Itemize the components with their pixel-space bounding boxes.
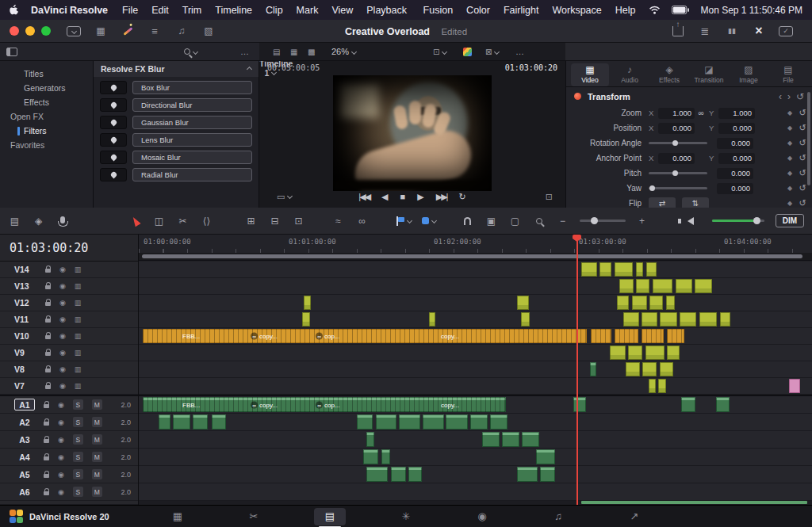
scrollbar-thumb[interactable] (142, 254, 802, 258)
quick-export-icon[interactable] (668, 22, 688, 40)
mute-button[interactable]: M (92, 469, 102, 479)
timeline-clip[interactable] (716, 397, 730, 412)
timeline-clip[interactable] (720, 312, 730, 327)
timeline-clip[interactable] (482, 432, 500, 447)
play-button[interactable]: ▶ (417, 192, 423, 202)
mute-button[interactable]: M (92, 399, 102, 410)
timeline-clip[interactable] (429, 312, 435, 327)
sidebar-item-generators[interactable]: Generators (0, 81, 93, 95)
goto-first-frame-button[interactable]: |◀◀ (358, 192, 370, 202)
track-view-icon[interactable]: ▥ (75, 365, 82, 373)
timeline-clip[interactable] (617, 296, 629, 310)
tab-transition[interactable]: ◪Transition (690, 63, 728, 86)
lock-icon[interactable] (45, 302, 51, 306)
auto-select-icon[interactable]: ◉ (59, 315, 66, 323)
timeline-clip[interactable] (610, 346, 626, 360)
video-preview[interactable] (333, 75, 492, 191)
menu-item-playback[interactable]: Playback (366, 5, 407, 16)
timeline-clip[interactable] (399, 414, 420, 430)
track-lane-v14[interactable] (139, 262, 812, 278)
lock-icon[interactable] (45, 369, 51, 372)
timeline-clip[interactable] (645, 346, 665, 360)
timeline-clip[interactable] (667, 346, 680, 360)
timeline-clip[interactable] (676, 279, 692, 293)
timeline-clip[interactable]: FBB...∞copy...∞cop...copy... (143, 397, 506, 412)
viewer-layout-single-icon[interactable]: ▤ (273, 43, 280, 60)
menu-bar-clock[interactable]: Mon Sep 1 11:50:46 PM (700, 5, 802, 16)
zoom-window-button[interactable] (41, 26, 51, 36)
clip-color-icon[interactable] (463, 43, 472, 60)
lock-icon[interactable] (45, 319, 51, 323)
timeline-clip[interactable] (667, 329, 684, 343)
value-input-pitch[interactable]: 0.000 (717, 168, 753, 179)
speaker-icon[interactable] (684, 213, 698, 229)
keyframe-icon[interactable]: ◆ (783, 109, 796, 116)
stop-button[interactable]: ■ (400, 192, 406, 201)
timeline-view-options-icon[interactable]: ▤ (8, 213, 21, 229)
menu-item-workspace[interactable]: Workspace (552, 5, 601, 16)
menu-item-clip[interactable]: Clip (266, 5, 283, 16)
track-name-v13[interactable]: V13 (14, 281, 36, 291)
auto-select-icon[interactable]: ◉ (58, 401, 64, 409)
timeline-clip[interactable] (591, 329, 611, 343)
effect-item-directional-blur[interactable]: Directional Blur (100, 98, 252, 112)
track-name-a1[interactable]: A1 (14, 399, 35, 411)
track-view-icon[interactable]: ▥ (75, 299, 82, 307)
flip-horizontal-button[interactable]: ⇄ (649, 197, 676, 208)
timeline-clip[interactable] (632, 296, 647, 310)
track-lane-a3[interactable] (139, 431, 812, 449)
track-name-a2[interactable]: A2 (14, 416, 35, 428)
split-clip-icon[interactable]: ⊠ (485, 43, 499, 60)
effects-search-icon[interactable] (184, 43, 197, 60)
track-name-a6[interactable]: A6 (14, 486, 35, 498)
timeline-clip[interactable] (623, 312, 639, 327)
track-view-icon[interactable]: ▥ (75, 315, 82, 323)
timeline-clip[interactable] (302, 312, 310, 327)
timeline-clip[interactable] (626, 362, 640, 376)
solo-button[interactable]: S (73, 399, 83, 410)
timeline-clip[interactable] (376, 414, 396, 430)
tab-file[interactable]: ▤File (769, 63, 807, 86)
auto-select-icon[interactable]: ◉ (59, 382, 66, 390)
lock-icon[interactable] (44, 404, 49, 408)
timeline-clip[interactable] (381, 449, 390, 464)
viewer-layout-grid-icon[interactable]: ▦ (290, 43, 297, 60)
track-lane-v9[interactable] (139, 345, 812, 361)
retime-curve-icon[interactable]: ≈ (331, 213, 345, 229)
trim-edit-mode-tool[interactable]: ◫ (152, 213, 166, 229)
sidebar-item-open-fx[interactable]: Open FX (0, 109, 93, 124)
track-lane-v12[interactable] (139, 295, 812, 311)
timeline-clip[interactable] (159, 414, 170, 430)
page-fusion-button[interactable]: ✳ (390, 508, 422, 525)
slider-pitch[interactable] (649, 172, 707, 174)
sidebar-item-titles[interactable]: Titles (0, 67, 93, 81)
timeline-clip[interactable] (680, 312, 696, 327)
keyframe-icon[interactable]: ◆ (783, 139, 796, 147)
audio-volume-slider[interactable] (712, 220, 764, 222)
solo-button[interactable]: S (73, 469, 83, 479)
timeline-clip[interactable] (658, 379, 666, 393)
playhead-timecode[interactable]: 01:03:00:20 (505, 63, 557, 72)
timeline-clip[interactable] (521, 312, 530, 327)
menu-item-mark[interactable]: Mark (297, 5, 319, 16)
sound-library-icon[interactable]: ♫ (171, 22, 192, 40)
lock-icon[interactable] (44, 422, 49, 426)
timeline-clip[interactable] (653, 279, 672, 293)
timeline-clip[interactable] (366, 467, 388, 482)
menu-item-trim[interactable]: Trim (182, 5, 202, 16)
auto-select-icon[interactable]: ◉ (58, 471, 64, 479)
loop-button[interactable]: ↻ (458, 192, 465, 202)
tab-audio[interactable]: ♪Audio (611, 63, 649, 86)
auto-select-icon[interactable]: ◉ (59, 365, 66, 373)
timeline-clip[interactable] (615, 262, 633, 277)
timeline-clip[interactable] (366, 432, 374, 447)
wifi-icon[interactable] (649, 6, 661, 14)
mute-button[interactable]: M (92, 452, 102, 462)
auto-select-icon[interactable]: ◉ (59, 265, 66, 273)
track-name-v12[interactable]: V12 (14, 298, 36, 307)
lock-icon[interactable] (45, 352, 51, 356)
page-deliver-button[interactable]: ↗ (619, 508, 650, 525)
razor-tool[interactable]: ✂ (176, 213, 190, 229)
value-input-zoom-x[interactable]: 1.000 (658, 108, 695, 119)
track-view-icon[interactable]: ▥ (75, 265, 82, 273)
